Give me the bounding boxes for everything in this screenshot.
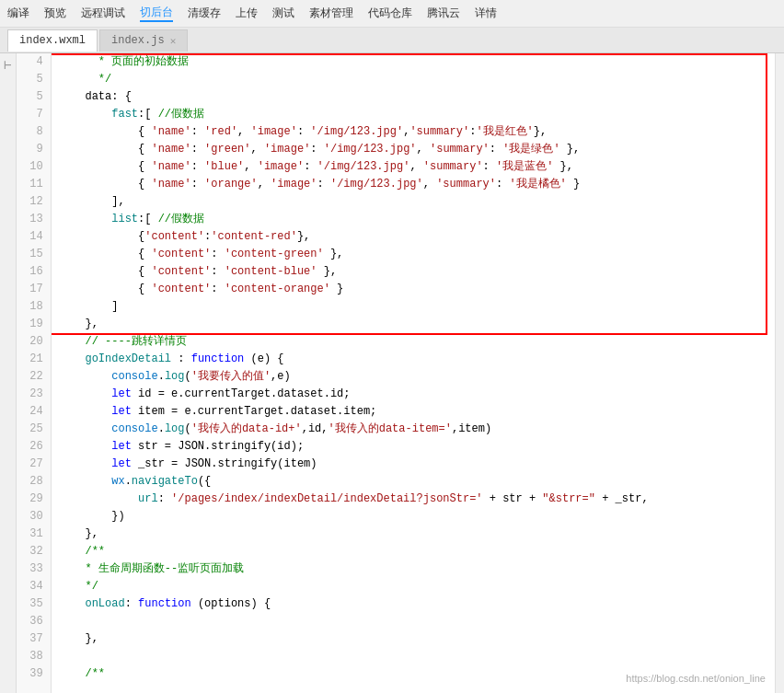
code-line (59, 613, 767, 630)
code-line: let _str = JSON.stringify(item) (59, 456, 767, 473)
code-line: { 'content': 'content-green' }, (59, 246, 767, 263)
code-line: { 'name': 'orange', 'image': '/img/123.j… (59, 176, 767, 193)
toolbar-compile[interactable]: 编译 (7, 6, 29, 21)
code-line: { 'content': 'content-orange' } (59, 281, 767, 298)
watermark: https://blog.csdn.net/onion_line (626, 673, 766, 684)
code-line: url: '/pages/index/indexDetail/indexDeta… (59, 491, 767, 508)
toolbar-clear-cache[interactable]: 清缓存 (188, 6, 221, 21)
code-line: let str = JSON.stringify(id); (59, 438, 767, 456)
code-line: data: { (59, 88, 767, 106)
toolbar-detail[interactable]: 详情 (475, 6, 497, 21)
code-line: }, (59, 630, 767, 648)
code-line (59, 648, 767, 665)
code-line: { 'content': 'content-blue' }, (59, 263, 767, 281)
code-line: // ----跳转详情页 (59, 333, 767, 351)
code-line: fast:[ //假数据 (59, 106, 767, 123)
left-panel: ⊢ (0, 53, 17, 693)
code-line: { 'name': 'blue', 'image': '/img/123.jpg… (59, 158, 767, 176)
tab-label: index.wxml (19, 34, 86, 47)
toolbar: 编译 预览 远程调试 切后台 清缓存 上传 测试 素材管理 代码仓库 腾讯云 详… (0, 0, 784, 28)
code-line: */ (59, 71, 767, 88)
code-line: onLoad : function (options) { (59, 595, 767, 613)
toolbar-switch-bg[interactable]: 切后台 (140, 5, 173, 22)
code-line: let id = e.currentTarget.dataset.id; (59, 386, 767, 403)
collapse-icon[interactable]: ⊢ (4, 57, 11, 73)
code-line: console.log ( '我要传入的值' ,e) (59, 368, 767, 386)
code-line: { 'content': 'content-red' }, (59, 228, 767, 246)
code-line: */ (59, 578, 767, 595)
toolbar-code-repo[interactable]: 代码仓库 (368, 6, 412, 21)
tab-index-wxml[interactable]: index.wxml (7, 29, 98, 52)
tab-bar: index.wxml index.js ✕ (0, 28, 784, 53)
code-line: /** (59, 543, 767, 560)
tab-label: index.js (111, 34, 165, 47)
toolbar-assets[interactable]: 素材管理 (309, 6, 353, 21)
code-line: ], (59, 193, 767, 211)
vertical-scrollbar[interactable] (775, 53, 784, 693)
line-numbers: 4 5 5 7 8 9 10 11 12 13 14 15 16 17 18 1… (17, 53, 52, 693)
code-line: goIndexDetail : function (e) { (59, 351, 767, 368)
toolbar-test[interactable]: 测试 (272, 6, 294, 21)
code-line: wx.navigateTo ({ (59, 473, 767, 491)
code-line: * 生命周期函数--监听页面加载 (59, 560, 767, 578)
code-editor[interactable]: * 页面的初始数据 */ data: { fast:[ //假数据 { (52, 53, 775, 693)
code-line: * 页面的初始数据 (59, 53, 767, 71)
editor-container: ⊢ 4 5 5 7 8 9 10 11 12 13 14 15 16 17 18… (0, 53, 784, 693)
code-line: }) (59, 508, 767, 526)
code-line: console.log ( '我传入的data-id+' ,id, '我传入的d… (59, 421, 767, 438)
code-line: }, (59, 526, 767, 543)
editor-content[interactable]: 4 5 5 7 8 9 10 11 12 13 14 15 16 17 18 1… (17, 53, 784, 693)
code-line: { 'name': 'green', 'image': '/img/123.jp… (59, 141, 767, 158)
toolbar-remote-debug[interactable]: 远程调试 (81, 6, 125, 21)
code-line: list:[ //假数据 (59, 211, 767, 228)
toolbar-tencent[interactable]: 腾讯云 (427, 6, 460, 21)
close-icon[interactable]: ✕ (170, 35, 177, 47)
tab-index-js[interactable]: index.js ✕ (99, 29, 188, 52)
code-line: }, (59, 316, 767, 333)
code-line: ] (59, 298, 767, 316)
code-line: { 'name': 'red', 'image': '/img/123.jpg'… (59, 123, 767, 141)
code-line: let item = e.currentTarget.dataset.item; (59, 403, 767, 421)
toolbar-upload[interactable]: 上传 (236, 6, 258, 21)
toolbar-preview[interactable]: 预览 (44, 6, 66, 21)
